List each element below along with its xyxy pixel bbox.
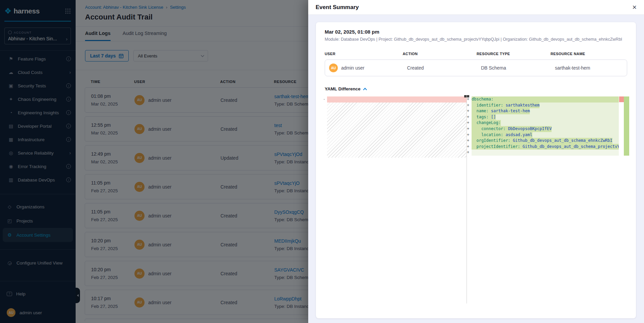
- event-meta: Module: Database DevOps | Project: Githu…: [325, 37, 627, 42]
- diff-added-line: + dbschema:: [467, 96, 619, 103]
- diff-added-line: + projectIdentifier: Github_db_devops_au…: [467, 144, 619, 150]
- drawer-header: Event Summary ×: [308, 0, 644, 15]
- diff-added-line: + identifier: sarthaktesthem: [467, 103, 619, 109]
- diff-added-sign: +: [467, 144, 472, 150]
- yaml-difference-toggle[interactable]: YAML Difference: [325, 86, 627, 91]
- diff-added-sign: +: [467, 108, 472, 114]
- col-resource-type: RESOURCE TYPE: [477, 52, 551, 56]
- app-root: ❖ harness ACCOUNT Abhinav - Kitchen Sin.…: [0, 0, 644, 323]
- col-action: ACTION: [403, 52, 477, 56]
- diff-added-sign: +: [467, 103, 472, 109]
- event-table-header: USER ACTION RESOURCE TYPE RESOURCE NAME: [325, 52, 627, 56]
- diff-added-sign: +: [467, 150, 472, 156]
- avatar: AU: [329, 64, 338, 72]
- col-user: USER: [325, 52, 403, 56]
- event-table-row: AU admin user Created DB Schema sarthak-…: [325, 59, 627, 76]
- event-action: Created: [407, 65, 481, 71]
- drawer-title: Event Summary: [316, 4, 359, 11]
- event-summary-card: Mar 02, 2025, 01:08 pm Module: Database …: [316, 22, 636, 318]
- diff-removed-line: [327, 96, 467, 103]
- diff-removed-sign: -: [323, 96, 325, 103]
- diff-empty-hatch: [327, 103, 467, 158]
- diff-overview-added-marker: [624, 96, 629, 156]
- event-resource-name: sarthak-test-hem: [555, 65, 627, 71]
- diff-added-line: + location: asdsad.yaml: [467, 132, 619, 138]
- close-icon[interactable]: ×: [632, 4, 637, 11]
- event-user: admin user: [341, 65, 364, 71]
- col-resource-name: RESOURCE NAME: [551, 52, 627, 56]
- diff-overview-removed-marker: [619, 96, 624, 102]
- diff-added-line: + changeLog:: [467, 120, 619, 126]
- chevron-up-icon: [363, 88, 367, 91]
- diff-added-line: + connector: DbDevopsoBKpcpIfEV: [467, 126, 619, 132]
- diff-added-sign: +: [467, 114, 472, 120]
- diff-added-sign: +: [467, 126, 472, 132]
- diff-added-sign: +: [467, 132, 472, 138]
- yaml-difference-label: YAML Difference: [325, 86, 361, 91]
- diff-added-sign: +: [467, 120, 472, 126]
- diff-added-sign: +: [467, 96, 472, 103]
- diff-added-line: + name: sarthak-test-hem: [467, 108, 619, 114]
- diff-added-line: +: [467, 150, 619, 156]
- event-resource-type: DB Schema: [481, 65, 555, 71]
- modal-overlay[interactable]: [0, 0, 308, 323]
- diff-added-sign: +: [467, 138, 472, 144]
- diff-added-line: + orgIdentifier: Github_db_devops_aut_db…: [467, 138, 619, 144]
- event-summary-drawer: Event Summary × Mar 02, 2025, 01:08 pm M…: [308, 0, 644, 323]
- event-datetime: Mar 02, 2025, 01:08 pm: [325, 29, 627, 35]
- diff-added-line: + tags: []: [467, 114, 619, 120]
- yaml-diff-editor: - + dbschema: + identifier: sarthaktesth…: [322, 95, 629, 304]
